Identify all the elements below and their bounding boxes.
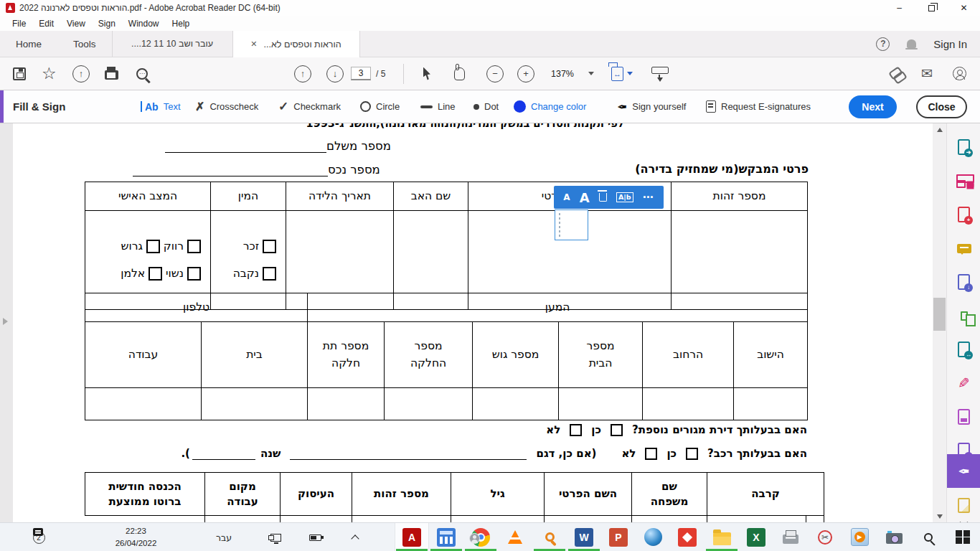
taskbar-app-globe[interactable] [636,523,670,551]
doc-tab-inactive[interactable]: עובר ושב 10 11 12.... [112,31,232,57]
taskbar-app-media-player[interactable]: ▶ [842,523,877,551]
checkmark-tool-button[interactable]: ✓Checkmark [278,90,341,123]
sidebar-tool-create-pdf[interactable]: + [947,200,980,229]
zoom-level-value[interactable]: 137% [551,57,574,90]
sign-yourself-button[interactable]: ✒Sign yourself [617,90,686,123]
taskbar-app-powerpoint[interactable]: P [601,523,636,551]
taskbar-app-search[interactable] [532,523,567,551]
save-button[interactable] [13,57,26,90]
crosscheck-tool-button[interactable]: ✗Crosscheck [195,90,258,123]
active-text-field[interactable] [555,209,588,240]
page-number-input[interactable]: 3 [351,57,371,90]
share-button[interactable]: ↑ [72,57,90,90]
sidebar-tool-edit-pdf[interactable] [947,166,980,195]
notifications-bell-icon[interactable] [907,39,916,48]
empty-cell[interactable] [85,388,202,420]
share-link-button[interactable] [890,57,907,90]
taskbar-app-calculator[interactable] [429,523,463,551]
sidebar-tool-redact[interactable]: ✎ [947,369,980,397]
checkbox-yes[interactable] [611,424,623,436]
taskbar-app-snipping-tool[interactable]: ✂ [808,523,842,551]
menu-view[interactable]: View [60,17,92,30]
scroll-down-button[interactable] [933,510,946,522]
checkbox-widower[interactable] [149,267,162,281]
add-person-button[interactable] [953,57,966,90]
circle-tool-button[interactable]: Circle [360,90,400,123]
restore-icon[interactable] [915,0,948,16]
empty-cell[interactable] [352,516,451,523]
next-page-button[interactable]: ↓ [326,57,344,90]
taskbar-app-acrobat[interactable]: A [395,523,429,551]
sidebar-tool-organize-pages[interactable] [947,301,980,330]
empty-cell[interactable] [559,388,643,420]
scrollbar-thumb[interactable] [933,298,946,331]
text-tool-button[interactable]: Ab Text [141,90,181,123]
scroll-up-button[interactable] [933,123,946,136]
checkbox-female[interactable] [263,267,276,281]
empty-cell[interactable] [281,516,352,523]
zoom-in-button[interactable]: + [517,57,534,90]
menu-file[interactable]: File [6,17,32,30]
taskbar-app-mail[interactable] [670,523,705,551]
checkbox-yes[interactable] [686,448,698,460]
language-indicator[interactable]: עבר [211,523,237,551]
taskbar-app-vlc[interactable] [498,523,532,551]
taskbar-app-chrome[interactable] [463,523,498,551]
close-window-icon[interactable]: ✕ [948,0,980,16]
taskbar-search-button[interactable] [911,523,946,551]
empty-cell[interactable] [545,516,632,523]
zoom-dropdown[interactable] [588,57,594,90]
change-color-button[interactable]: Change color [514,90,586,123]
print-button[interactable] [105,57,118,90]
empty-cell[interactable] [202,388,308,420]
menu-window[interactable]: Window [122,17,166,30]
star-button[interactable]: ☆ [42,57,57,90]
empty-cell[interactable] [734,388,808,420]
decrease-font-button[interactable]: A [563,192,570,202]
menu-sign[interactable]: Sign [92,17,122,30]
notification-badge[interactable]: 2 [24,523,53,551]
empty-cell[interactable] [385,388,473,420]
taskbar-app-fax[interactable] [773,523,808,551]
empty-cell[interactable] [451,516,545,523]
empty-cell[interactable] [473,388,559,420]
sidebar-tool-export-pdf[interactable]: ➔ [947,133,980,161]
checkbox-single[interactable] [187,240,201,253]
tab-home[interactable]: Home [0,31,57,57]
sign-in-button[interactable]: Sign In [933,38,967,50]
close-button[interactable]: Close [916,95,967,118]
read-mode-button[interactable] [651,57,669,90]
sidebar-tool-protect[interactable] [947,402,980,431]
sidebar-tool-combine-files[interactable]: ↓ [947,268,980,296]
battery-tray-icon[interactable] [304,523,326,551]
taskbar-app-excel[interactable]: X [739,523,773,551]
checkbox-divorced[interactable] [146,240,160,253]
checkbox-male[interactable] [263,240,276,253]
sidebar-more-tools[interactable] [947,508,980,522]
hand-tool-button[interactable] [454,57,465,90]
increase-font-button[interactable]: A [580,190,590,205]
minimize-icon[interactable]: – [883,0,915,16]
checkbox-no[interactable] [645,448,657,460]
sidebar-tool-fill-and-sign[interactable]: ✒ [947,454,980,488]
send-email-button[interactable]: ✉ [921,57,933,90]
taskbar-app-word[interactable]: W [567,523,601,551]
delete-icon[interactable] [599,193,607,202]
help-icon[interactable]: ? [876,37,890,51]
fit-width-button[interactable]: ↔ [611,57,633,90]
vertical-scrollbar[interactable] [933,123,946,522]
menu-edit[interactable]: Edit [32,17,60,30]
blank-line[interactable] [192,447,255,459]
empty-cell[interactable] [308,388,385,420]
request-esignatures-button[interactable]: Request E-signatures [706,90,811,123]
blank-line[interactable] [290,447,527,459]
empty-cell[interactable] [632,516,707,523]
menu-help[interactable]: Help [166,17,197,30]
dot-tool-button[interactable]: Dot [473,90,499,123]
taskbar-app-file-explorer[interactable] [705,523,739,551]
blank-line[interactable] [165,139,326,153]
empty-cell[interactable] [205,516,281,523]
zoom-out-button[interactable]: − [486,57,504,90]
show-hidden-icons[interactable] [346,523,364,551]
taskbar-start-button[interactable] [946,523,980,551]
